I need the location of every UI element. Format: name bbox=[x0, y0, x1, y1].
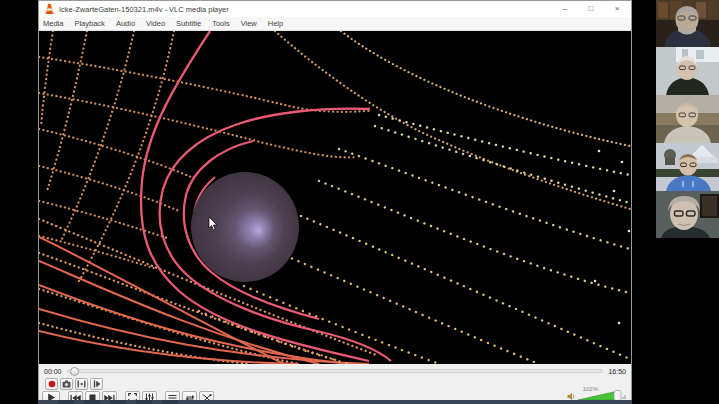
video-call-sidebar bbox=[656, 0, 719, 404]
participant-5-webcam bbox=[656, 191, 719, 238]
maximize-button[interactable]: □ bbox=[585, 2, 597, 16]
seek-row: 00:00 16:50 bbox=[39, 364, 631, 378]
participant-video-1[interactable] bbox=[656, 0, 719, 47]
snapshot-button[interactable] bbox=[60, 378, 73, 390]
participant-1-webcam bbox=[656, 0, 719, 47]
black-hole-visualization bbox=[39, 31, 631, 364]
menu-playback[interactable]: Playback bbox=[74, 19, 104, 28]
taskbar-strip bbox=[38, 400, 632, 404]
participant-video-2[interactable] bbox=[656, 47, 719, 95]
frame-by-frame-button[interactable] bbox=[90, 378, 103, 390]
participant-video-3[interactable] bbox=[656, 95, 719, 143]
mouse-cursor bbox=[208, 217, 218, 231]
camera-icon bbox=[62, 380, 71, 388]
vlc-cone-icon bbox=[45, 4, 54, 14]
menu-view[interactable]: View bbox=[241, 19, 257, 28]
record-button[interactable] bbox=[45, 378, 58, 390]
menu-video[interactable]: Video bbox=[146, 19, 165, 28]
participant-video-5[interactable] bbox=[656, 191, 719, 238]
video-canvas[interactable] bbox=[39, 31, 631, 364]
participant-video-4[interactable] bbox=[656, 143, 719, 191]
minimize-button[interactable]: – bbox=[559, 2, 571, 16]
volume-level: 102% bbox=[583, 386, 598, 392]
record-icon bbox=[48, 380, 56, 388]
menu-subtitle[interactable]: Subtitle bbox=[176, 19, 201, 28]
loop-a-b-icon bbox=[77, 380, 86, 388]
participant-2-webcam bbox=[656, 47, 719, 95]
total-time: 16:50 bbox=[608, 368, 626, 375]
menu-tools[interactable]: Tools bbox=[212, 19, 230, 28]
window-title: Icke-ZwarteGaten-150321.m4v - VLC media … bbox=[59, 5, 559, 14]
seek-slider[interactable] bbox=[67, 369, 604, 373]
menu-media[interactable]: Media bbox=[43, 19, 63, 28]
seek-handle[interactable] bbox=[70, 367, 79, 376]
vlc-window: Icke-ZwarteGaten-150321.m4v - VLC media … bbox=[38, 0, 632, 404]
participant-3-webcam bbox=[656, 95, 719, 143]
desktop: Icke-ZwarteGaten-150321.m4v - VLC media … bbox=[0, 0, 719, 404]
elapsed-time: 00:00 bbox=[44, 368, 62, 375]
menu-help[interactable]: Help bbox=[268, 19, 283, 28]
loop-a-b-button[interactable] bbox=[75, 378, 88, 390]
participant-4-webcam bbox=[656, 143, 719, 191]
menu-audio[interactable]: Audio bbox=[116, 19, 135, 28]
vlc-titlebar[interactable]: Icke-ZwarteGaten-150321.m4v - VLC media … bbox=[39, 1, 631, 17]
vlc-menubar: Media Playback Audio Video Subtitle Tool… bbox=[39, 17, 631, 31]
frame-step-icon bbox=[93, 380, 101, 388]
close-button[interactable]: × bbox=[611, 2, 623, 16]
